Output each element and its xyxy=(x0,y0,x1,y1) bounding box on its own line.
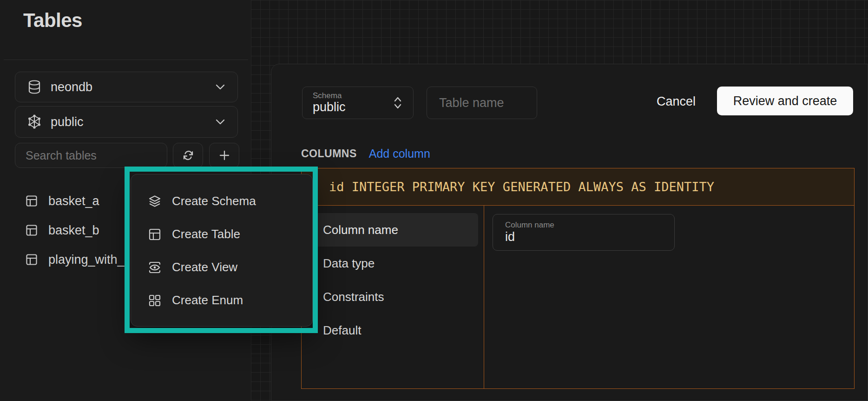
refresh-icon xyxy=(182,149,195,162)
table-icon xyxy=(25,194,38,207)
columns-section-header: COLUMNS Add column xyxy=(301,146,430,161)
nav-item-constraints[interactable]: Constraints xyxy=(307,280,478,314)
column-editor-form: Column name id xyxy=(484,206,854,388)
table-name-input[interactable] xyxy=(427,87,537,119)
search-tables-input[interactable] xyxy=(15,143,167,168)
sidebar-divider xyxy=(4,60,248,60)
column-sql-preview[interactable]: id INTEGER PRIMARY KEY GENERATED ALWAYS … xyxy=(302,168,854,206)
column-editor-body: Column name Data type Constraints Defaul… xyxy=(302,206,854,388)
page-title: Tables xyxy=(23,9,82,32)
menu-item-create-schema[interactable]: Create Schema xyxy=(131,185,312,218)
table-name: basket_a xyxy=(48,194,99,208)
cancel-button[interactable]: Cancel xyxy=(650,88,703,114)
menu-item-label: Create Schema xyxy=(172,194,256,208)
plus-icon xyxy=(218,149,231,162)
schema-sidebar-select[interactable]: public xyxy=(15,106,238,138)
schema-select-label: Schema xyxy=(313,92,393,100)
schema-icon xyxy=(27,114,41,129)
review-and-create-button[interactable]: Review and create xyxy=(717,87,853,115)
column-editor-nav: Column name Data type Constraints Defaul… xyxy=(302,206,484,388)
table-icon xyxy=(25,253,38,266)
database-select-value: neondb xyxy=(51,80,206,94)
menu-item-label: Create Enum xyxy=(172,293,243,307)
nav-item-data-type[interactable]: Data type xyxy=(307,247,478,280)
menu-item-create-view[interactable]: Create View xyxy=(131,251,312,284)
database-icon xyxy=(27,80,41,94)
enum-grid-icon xyxy=(148,294,162,307)
view-eye-icon xyxy=(148,261,162,274)
columns-heading: COLUMNS xyxy=(301,147,357,160)
nav-item-column-name[interactable]: Column name xyxy=(307,213,478,247)
table-name: playing_with_ xyxy=(48,253,125,267)
column-editor: id INTEGER PRIMARY KEY GENERATED ALWAYS … xyxy=(301,168,855,389)
menu-item-create-table[interactable]: Create Table xyxy=(131,218,312,251)
table-icon xyxy=(25,224,38,237)
column-name-field[interactable]: Column name id xyxy=(493,214,675,251)
add-column-link[interactable]: Add column xyxy=(369,147,430,160)
updown-chevron-icon xyxy=(393,96,403,110)
schema-sidebar-select-value: public xyxy=(51,115,206,129)
database-select[interactable]: neondb xyxy=(15,72,238,102)
chevron-down-icon xyxy=(215,119,225,125)
table-icon xyxy=(148,227,162,241)
column-name-field-value: id xyxy=(505,230,674,244)
refresh-button[interactable] xyxy=(173,143,203,168)
menu-item-label: Create Table xyxy=(172,227,240,241)
add-button[interactable] xyxy=(209,143,239,168)
schema-select-value: public xyxy=(313,100,393,114)
schema-select[interactable]: Schema public xyxy=(302,87,414,119)
column-name-field-label: Column name xyxy=(505,221,674,230)
chevron-down-icon xyxy=(215,84,225,90)
create-dropdown-menu: Create Schema Create Table Create View xyxy=(131,174,313,327)
menu-item-label: Create View xyxy=(172,260,237,274)
layers-icon xyxy=(148,194,162,208)
menu-item-create-enum[interactable]: Create Enum xyxy=(131,284,312,317)
table-name: basket_b xyxy=(48,223,99,238)
nav-item-default[interactable]: Default xyxy=(307,314,478,347)
